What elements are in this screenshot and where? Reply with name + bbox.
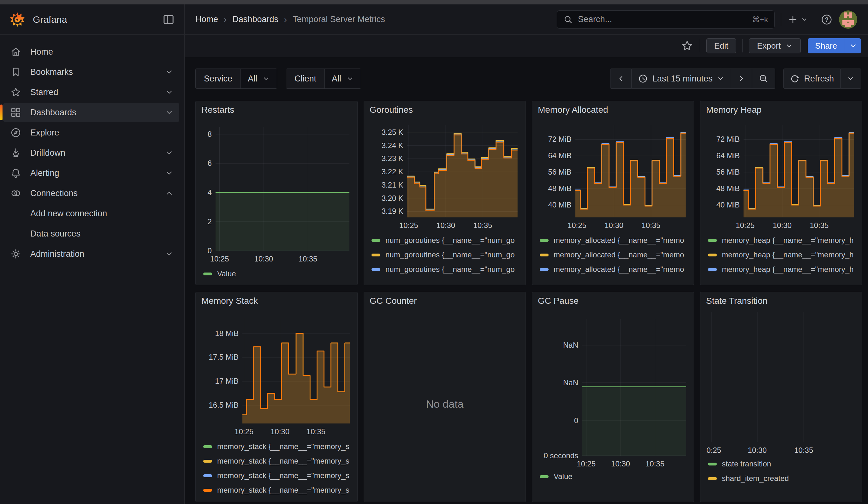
- legend-item[interactable]: num_goroutines {__name__="num_go: [370, 277, 520, 281]
- chevron-down-icon: [849, 42, 857, 50]
- legend-swatch: [203, 460, 212, 463]
- legend-item[interactable]: memory_stack {__name__="memory_s: [202, 454, 352, 468]
- panel-state-transition: State Transition10:2510:3010:35state tra…: [700, 292, 862, 502]
- svg-text:0: 0: [574, 416, 578, 425]
- app-name: Grafana: [33, 14, 67, 25]
- add-new-button[interactable]: [787, 14, 808, 25]
- svg-text:10:30: 10:30: [611, 460, 630, 468]
- panel-title-gc-counter[interactable]: GC Counter: [370, 296, 520, 310]
- legend-item[interactable]: num_goroutines {__name__="num_go: [370, 262, 520, 277]
- legend-item[interactable]: memory_heap {__name__="memory_h: [706, 262, 856, 277]
- service-filter-value[interactable]: All: [241, 69, 277, 89]
- legend-swatch: [372, 239, 380, 242]
- svg-text:10:35: 10:35: [810, 221, 829, 229]
- legend-item[interactable]: memory_allocated {__name__="memo: [538, 233, 688, 248]
- legend-swatch: [203, 272, 212, 275]
- search-input[interactable]: Search... ⌘+k: [557, 10, 775, 29]
- chart-memory-allocated[interactable]: 40 MiB48 MiB56 MiB64 MiB72 MiB10:2510:30…: [538, 119, 688, 233]
- sidebar-item-explore[interactable]: Explore: [3, 123, 179, 142]
- legend-item[interactable]: shard_item_created: [706, 471, 856, 486]
- user-avatar[interactable]: [839, 10, 857, 29]
- sidebar-item-add-new-connection[interactable]: Add new connection: [3, 204, 179, 223]
- legend-label: Value: [217, 269, 236, 278]
- panel-legend: num_goroutines {__name__="num_gonum_goro…: [370, 233, 520, 281]
- time-range-picker[interactable]: Last 15 minutes: [632, 69, 731, 89]
- legend-item[interactable]: memory_heap {__name__="memory_h: [706, 233, 856, 248]
- chart-memory-stack[interactable]: 16.5 MiB17 MiB17.5 MiB18 MiB10:2510:3010…: [202, 310, 352, 439]
- legend-label: memory_stack {__name__="memory_s: [217, 442, 349, 451]
- panel-legend: memory_stack {__name__="memory_smemory_s…: [202, 439, 352, 497]
- panel-legend: state transitionshard_item_created: [706, 457, 856, 486]
- client-filter-value[interactable]: All: [325, 69, 361, 89]
- chart-state-transition[interactable]: 10:2510:3010:35: [706, 310, 856, 457]
- share-dropdown-button[interactable]: [845, 38, 861, 53]
- chart-goroutines[interactable]: 3.19 K3.20 K3.21 K3.22 K3.23 K3.24 K3.25…: [370, 119, 520, 233]
- search-placeholder: Search...: [578, 14, 612, 24]
- share-button[interactable]: Share: [808, 38, 845, 53]
- breadcrumb-dashboards[interactable]: Dashboards: [232, 14, 278, 24]
- chart-gc-pause[interactable]: NaNNaN00 seconds10:2510:3010:35: [538, 310, 688, 469]
- legend-item[interactable]: memory_stack {__name__="memory_s: [202, 439, 352, 454]
- chevron-down-icon: [165, 148, 174, 157]
- breadcrumb-home[interactable]: Home: [195, 14, 218, 24]
- legend-label: memory_heap {__name__="memory_h: [722, 279, 854, 281]
- time-shift-back-button[interactable]: [610, 69, 632, 89]
- refresh-button[interactable]: Refresh: [783, 69, 840, 89]
- sidebar-item-alerting[interactable]: Alerting: [3, 164, 179, 183]
- legend-item[interactable]: Value: [202, 267, 352, 281]
- legend-item[interactable]: num_goroutines {__name__="num_go: [370, 233, 520, 248]
- edit-button[interactable]: Edit: [706, 38, 736, 53]
- sidebar-item-starred[interactable]: Starred: [3, 83, 179, 102]
- star-dashboard-icon[interactable]: [681, 40, 693, 52]
- legend-item[interactable]: memory_allocated {__name__="memo: [538, 277, 688, 281]
- sidebar-item-administration[interactable]: Administration: [3, 245, 179, 263]
- time-shift-forward-button[interactable]: [731, 69, 752, 89]
- legend-item[interactable]: Value: [538, 469, 688, 484]
- legend-item[interactable]: num_goroutines {__name__="num_go: [370, 248, 520, 262]
- star-icon: [10, 86, 23, 98]
- legend-swatch: [372, 268, 380, 271]
- sidebar-item-dashboards[interactable]: Dashboards: [3, 103, 179, 122]
- legend-item[interactable]: memory_stack {__name__="memory_s: [202, 468, 352, 483]
- dashboard-panel-grid: Restarts0246810:2510:3010:35ValueGorouti…: [185, 89, 868, 502]
- sidebar-item-drilldown[interactable]: Drilldown: [3, 143, 179, 162]
- svg-text:10:35: 10:35: [642, 221, 661, 229]
- sidebar-item-connections[interactable]: Connections: [3, 184, 179, 203]
- panel-title-state-transition[interactable]: State Transition: [706, 296, 856, 310]
- dashboard-toolbar: Service All Client All: [185, 57, 868, 89]
- chart-restarts[interactable]: 0246810:2510:3010:35: [202, 119, 352, 267]
- panel-goroutines: Goroutines3.19 K3.20 K3.21 K3.22 K3.23 K…: [364, 101, 526, 285]
- legend-item[interactable]: memory_allocated {__name__="memo: [538, 248, 688, 262]
- zoom-out-button[interactable]: [752, 69, 775, 89]
- export-button[interactable]: Export: [749, 38, 800, 53]
- svg-text:10:25: 10:25: [399, 221, 418, 229]
- search-icon: [564, 15, 573, 24]
- legend-item[interactable]: memory_heap {__name__="memory_h: [706, 248, 856, 262]
- sidebar-item-home[interactable]: Home: [3, 42, 179, 61]
- svg-text:0: 0: [208, 246, 212, 255]
- legend-item[interactable]: memory_stack {__name__="memory_s: [202, 483, 352, 497]
- grafana-logo-icon[interactable]: [9, 12, 25, 28]
- sidebar-item-data-sources[interactable]: Data sources: [3, 224, 179, 243]
- panel-title-gc-pause[interactable]: GC Pause: [538, 296, 688, 310]
- panel-title-memory-stack[interactable]: Memory Stack: [202, 296, 352, 310]
- panel-title-memory-allocated[interactable]: Memory Allocated: [538, 105, 688, 119]
- sidebar-item-bookmarks[interactable]: Bookmarks: [3, 63, 179, 81]
- panel-title-restarts[interactable]: Restarts: [202, 105, 352, 119]
- svg-text:10:35: 10:35: [645, 460, 664, 468]
- legend-item[interactable]: memory_allocated {__name__="memo: [538, 262, 688, 277]
- panel-title-memory-heap[interactable]: Memory Heap: [706, 105, 856, 119]
- svg-text:10:30: 10:30: [604, 221, 623, 229]
- sidebar-item-label: Connections: [30, 188, 78, 198]
- compass-icon: [10, 127, 23, 138]
- legend-item[interactable]: state transition: [706, 457, 856, 471]
- refresh-interval-button[interactable]: [840, 69, 861, 89]
- sidebar-toggle-icon[interactable]: [162, 13, 175, 26]
- legend-item[interactable]: memory_heap {__name__="memory_h: [706, 277, 856, 281]
- panel-title-goroutines[interactable]: Goroutines: [370, 105, 520, 119]
- help-button[interactable]: ?: [821, 13, 833, 25]
- legend-swatch: [540, 254, 549, 256]
- chart-memory-heap[interactable]: 40 MiB48 MiB56 MiB64 MiB72 MiB10:2510:30…: [706, 119, 856, 233]
- client-filter-label: Client: [286, 69, 325, 89]
- sidebar-item-label: Starred: [30, 88, 59, 97]
